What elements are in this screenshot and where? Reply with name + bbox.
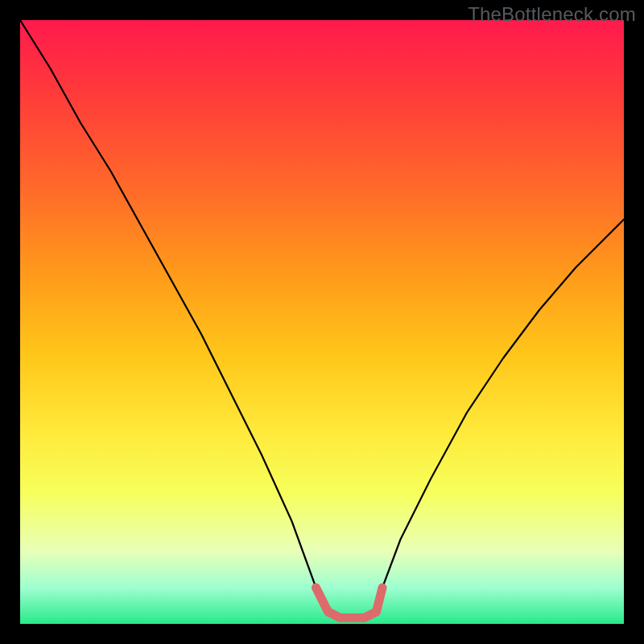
chart-frame: TheBottleneck.com (0, 0, 644, 644)
watermark-text: TheBottleneck.com (468, 3, 636, 26)
bottleneck-curve (20, 20, 624, 618)
plot-area (20, 20, 624, 624)
optimal-range-highlight (316, 588, 383, 618)
curve-layer (20, 20, 624, 624)
